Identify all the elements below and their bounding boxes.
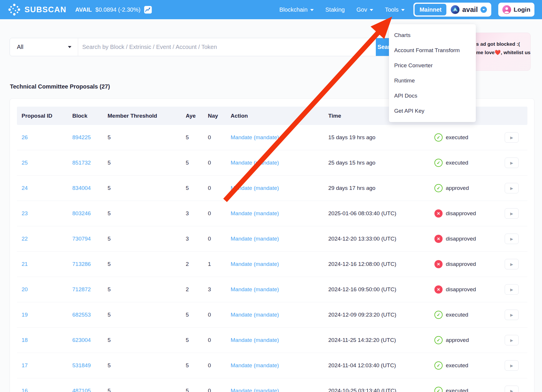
row-detail-button[interactable]: ▶	[505, 335, 519, 345]
member-threshold-value: 5	[108, 388, 186, 392]
status-label: disapproved	[446, 261, 476, 267]
block-link[interactable]: 531849	[72, 362, 108, 369]
member-threshold-value: 5	[108, 312, 186, 318]
status-badge: approved	[434, 184, 505, 192]
proposal-id-link[interactable]: 25	[22, 160, 72, 166]
row-detail-button[interactable]: ▶	[505, 183, 519, 193]
nav-item-label: Gov	[357, 6, 367, 13]
aye-value: 2	[186, 286, 208, 293]
action-link[interactable]: Mandate (mandate)	[231, 337, 328, 343]
action-link[interactable]: Mandate (mandate)	[231, 236, 328, 242]
row-detail-button[interactable]: ▶	[505, 158, 519, 168]
row-detail-button[interactable]: ▶	[505, 132, 519, 143]
status-badge: executed	[434, 311, 505, 319]
time-value: 2024-10-25 03:13:40 (UTC)	[328, 388, 434, 392]
aye-value: 5	[186, 362, 208, 369]
time-value: 29 days 17 hrs ago	[328, 185, 434, 191]
proposal-id-link[interactable]: 18	[22, 337, 72, 343]
time-value: 2024-11-25 14:32:20 (UTC)	[328, 337, 434, 343]
row-detail-button[interactable]: ▶	[505, 310, 519, 320]
table-row: 22 730794 5 3 0 Mandate (mandate) 2024-1…	[17, 226, 527, 252]
status-icon	[434, 209, 443, 218]
proposals-table: Proposal ID Block Member Threshold Aye N…	[10, 98, 534, 392]
status-icon	[434, 184, 443, 192]
network-dropdown[interactable]: avail	[450, 5, 490, 14]
status-label: disapproved	[446, 210, 476, 217]
row-detail-button[interactable]: ▶	[505, 284, 519, 295]
aye-value: 5	[186, 134, 208, 141]
block-link[interactable]: 713286	[72, 261, 108, 267]
block-link[interactable]: 851732	[72, 160, 108, 166]
chevron-down-icon	[68, 46, 71, 48]
subscan-logo[interactable]: SUBSCAN	[8, 3, 66, 16]
nav-item[interactable]: Staking	[325, 6, 345, 13]
member-threshold-value: 5	[108, 210, 186, 217]
proposal-id-link[interactable]: 24	[22, 185, 72, 191]
status-icon	[434, 361, 443, 370]
search-filter-select[interactable]: All	[10, 38, 78, 56]
login-button[interactable]: Login	[498, 3, 534, 17]
action-link[interactable]: Mandate (mandate)	[231, 286, 328, 293]
status-icon	[434, 159, 443, 167]
action-link[interactable]: Mandate (mandate)	[231, 134, 328, 141]
search-bar: All Search	[10, 38, 399, 56]
block-link[interactable]: 803246	[72, 210, 108, 217]
action-link[interactable]: Mandate (mandate)	[231, 312, 328, 318]
block-link[interactable]: 712872	[72, 286, 108, 293]
proposal-id-link[interactable]: 23	[22, 210, 72, 217]
block-link[interactable]: 623004	[72, 337, 108, 343]
action-link[interactable]: Mandate (mandate)	[231, 388, 328, 392]
top-navigation-bar: SUBSCAN AVAIL $0.0894 (-2.30%) Blockchai…	[0, 0, 542, 19]
time-value: 2024-12-16 12:08:00 (UTC)	[328, 261, 434, 267]
col-member-threshold: Member Threshold	[108, 113, 186, 119]
status-label: approved	[446, 337, 469, 343]
tools-menu-item[interactable]: Account Format Transform	[389, 43, 476, 58]
nay-value: 0	[208, 362, 231, 369]
tools-menu-item[interactable]: Runtime	[389, 73, 476, 88]
row-detail-button[interactable]: ▶	[505, 386, 519, 392]
action-link[interactable]: Mandate (mandate)	[231, 362, 328, 369]
nay-value: 0	[208, 388, 231, 392]
row-detail-button[interactable]: ▶	[505, 259, 519, 269]
token-price: $0.0894 (-2.30%)	[95, 6, 141, 13]
ad-blocked-line2: me love❤️, whitelist us?	[476, 48, 531, 57]
search-input[interactable]	[78, 38, 376, 56]
row-detail-button[interactable]: ▶	[505, 208, 519, 219]
tools-menu-item[interactable]: Price Converter	[389, 58, 476, 73]
tools-menu-item[interactable]: Get API Key	[389, 103, 476, 119]
table-row: 19 682553 5 5 0 Mandate (mandate) 2024-1…	[17, 302, 527, 328]
proposal-id-link[interactable]: 26	[22, 134, 72, 141]
tools-menu-item[interactable]: API Docs	[389, 88, 476, 103]
price-chart-icon[interactable]	[144, 6, 152, 14]
proposal-id-link[interactable]: 19	[22, 312, 72, 318]
status-badge: disapproved	[434, 260, 505, 268]
row-detail-button[interactable]: ▶	[505, 360, 519, 371]
token-price-group: AVAIL $0.0894 (-2.30%)	[75, 6, 152, 14]
action-link[interactable]: Mandate (mandate)	[231, 261, 328, 267]
block-link[interactable]: 894225	[72, 134, 108, 141]
block-link[interactable]: 487105	[72, 388, 108, 392]
proposal-id-link[interactable]: 20	[22, 286, 72, 293]
mainnet-button[interactable]: Mainnet	[415, 4, 447, 15]
proposal-id-link[interactable]: 16	[22, 388, 72, 392]
proposal-id-link[interactable]: 21	[22, 261, 72, 267]
proposal-id-link[interactable]: 17	[22, 362, 72, 369]
block-link[interactable]: 834004	[72, 185, 108, 191]
page-title: Technical Committee Proposals (27)	[10, 83, 110, 90]
action-link[interactable]: Mandate (mandate)	[231, 160, 328, 166]
status-badge: disapproved	[434, 235, 505, 243]
action-link[interactable]: Mandate (mandate)	[231, 185, 328, 191]
row-detail-button[interactable]: ▶	[505, 234, 519, 244]
nay-value: 3	[208, 286, 231, 293]
tools-menu-item[interactable]: Charts	[389, 28, 476, 43]
nav-item[interactable]: Tools	[385, 6, 405, 13]
action-link[interactable]: Mandate (mandate)	[231, 210, 328, 217]
proposal-id-link[interactable]: 22	[22, 236, 72, 242]
block-link[interactable]: 730794	[72, 236, 108, 242]
nav-item[interactable]: Gov	[357, 6, 373, 13]
table-row: 16 487105 5 5 0 Mandate (mandate) 2024-1…	[17, 378, 527, 392]
nav-item[interactable]: Blockchain	[279, 6, 314, 13]
member-threshold-value: 5	[108, 160, 186, 166]
block-link[interactable]: 682553	[72, 312, 108, 318]
nav-item-label: Blockchain	[279, 6, 308, 13]
